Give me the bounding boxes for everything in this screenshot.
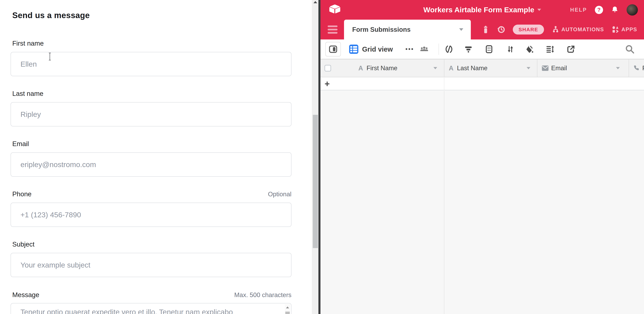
column-divider[interactable]	[537, 60, 537, 77]
automations-button[interactable]: AUTOMATIONS	[552, 26, 604, 34]
column-header-email[interactable]: Email	[551, 65, 567, 72]
phone-placeholder: +1 (123) 456-7890	[20, 211, 81, 219]
hide-fields-button[interactable]	[444, 45, 454, 54]
first-name-placeholder: Ellen	[20, 60, 37, 68]
search-icon[interactable]	[625, 44, 635, 54]
scroll-up-icon[interactable]	[286, 306, 289, 308]
textarea-scrollbar-thumb[interactable]	[285, 311, 290, 314]
sort-button[interactable]	[506, 45, 515, 54]
automations-icon	[552, 26, 559, 34]
chevron-down-icon[interactable]	[459, 28, 463, 31]
last-name-label: Last name	[12, 90, 43, 97]
subject-placeholder: Your example subject	[20, 261, 90, 269]
chevron-down-icon[interactable]	[526, 67, 530, 69]
base-title: Workers Airtable Form Example	[423, 6, 534, 14]
phone-input[interactable]: +1 (123) 456-7890	[10, 203, 292, 227]
tab-form-submissions[interactable]: Form Submissions	[344, 20, 471, 40]
last-name-placeholder: Ripley	[20, 110, 41, 119]
text-field-type-icon: A	[358, 65, 363, 72]
field-first-name: First name Ellen	[10, 40, 292, 77]
trash-icon[interactable]	[482, 25, 489, 34]
column-divider	[444, 91, 444, 314]
email-placeholder: eripley@nostromo.com	[20, 160, 96, 169]
select-all-checkbox[interactable]	[324, 65, 331, 71]
collaborators-icon[interactable]	[420, 45, 429, 54]
field-email: Email eripley@nostromo.com	[10, 140, 292, 178]
email-label: Email	[12, 140, 29, 148]
message-placeholder: Tenetur optio quaerat expedite vero et i…	[20, 308, 233, 314]
grid-header-row: A First Name A Last Name Email	[320, 59, 644, 77]
color-button[interactable]	[525, 45, 534, 54]
last-name-input[interactable]: Ripley	[10, 102, 292, 126]
contact-form-window: Send us a message First name Ellen Last …	[0, 0, 312, 314]
column-divider[interactable]	[444, 60, 444, 77]
message-textarea[interactable]: Tenetur optio quaerat expedite vero et i…	[10, 303, 292, 314]
airtable-topbar: Workers Airtable Form Example HELP ?	[320, 0, 644, 20]
page-title: Send us a message	[12, 11, 90, 20]
chevron-down-icon	[537, 9, 541, 11]
help-button[interactable]: HELP	[570, 7, 587, 13]
first-name-input[interactable]: Ellen	[10, 52, 292, 76]
column-divider[interactable]	[629, 60, 629, 77]
phone-label: Phone	[12, 190, 32, 198]
text-field-type-icon: A	[449, 65, 454, 72]
base-title-menu[interactable]: Workers Airtable Form Example	[423, 0, 541, 20]
window-scrollbar[interactable]	[312, 0, 318, 314]
tabbar-actions: SHARE AUTOMATIONS	[482, 20, 637, 40]
field-message: Message Max. 500 characters Tenetur opti…	[10, 291, 292, 314]
notifications-bell-icon[interactable]	[611, 6, 619, 14]
column-divider	[444, 78, 444, 90]
topbar-actions: HELP ?	[570, 0, 638, 20]
add-row[interactable]: +	[320, 78, 644, 90]
phone-field-type-icon	[633, 65, 640, 72]
text-cursor-icon	[48, 53, 51, 61]
window-scrollbar-thumb[interactable]	[313, 115, 318, 248]
airtable-logo-icon[interactable]	[329, 5, 340, 14]
history-icon[interactable]	[497, 25, 505, 34]
column-header-last-name[interactable]: Last Name	[457, 65, 488, 72]
table-tab-bar: Form Submissions	[320, 20, 644, 40]
add-record-button[interactable]: +	[324, 79, 330, 88]
view-more-button[interactable]: •••	[406, 40, 414, 59]
view-name-label[interactable]: Grid view	[362, 40, 393, 59]
grid-body	[320, 91, 644, 314]
email-field-type-icon	[542, 65, 549, 71]
toolbar-divider	[438, 44, 439, 55]
sidebar-toggle-icon	[329, 45, 337, 53]
group-button[interactable]	[484, 45, 494, 54]
apps-icon	[612, 26, 620, 34]
subject-input[interactable]: Your example subject	[10, 253, 292, 277]
message-label: Message	[12, 291, 39, 299]
view-sidebar-toggle-button[interactable]	[325, 42, 341, 57]
screen: Send us a message First name Ellen Last …	[0, 0, 644, 314]
avatar[interactable]	[626, 4, 638, 16]
row-height-button[interactable]	[546, 45, 554, 54]
help-question-icon[interactable]: ?	[595, 6, 603, 14]
grid-view-icon[interactable]	[349, 45, 358, 54]
chevron-down-icon[interactable]	[434, 67, 437, 69]
scroll-up-icon[interactable]	[314, 1, 317, 3]
filter-button[interactable]	[464, 45, 473, 54]
automations-label: AUTOMATIONS	[562, 27, 604, 33]
airtable-window: Workers Airtable Form Example HELP ? For…	[320, 0, 644, 314]
apps-button[interactable]: APPS	[612, 26, 637, 34]
subject-label: Subject	[12, 240, 34, 248]
column-header-first-name[interactable]: First Name	[366, 65, 398, 72]
share-button[interactable]: SHARE	[513, 25, 544, 35]
textarea-scrollbar[interactable]	[285, 304, 290, 314]
view-toolbar: Grid view •••	[320, 40, 644, 59]
apps-label: APPS	[622, 27, 637, 33]
message-maxchars-hint: Max. 500 characters	[234, 291, 292, 299]
phone-optional-hint: Optional	[268, 191, 292, 198]
table-tab-label: Form Submissions	[352, 26, 410, 33]
first-name-label: First name	[12, 40, 44, 47]
hamburger-menu-icon[interactable]	[328, 26, 338, 34]
share-view-button[interactable]	[566, 45, 575, 54]
window-divider	[318, 0, 320, 314]
column-header-phone[interactable]: Phone	[642, 65, 644, 72]
field-subject: Subject Your example subject	[10, 240, 292, 278]
field-last-name: Last name Ripley	[10, 90, 292, 127]
chevron-down-icon[interactable]	[616, 67, 620, 69]
field-phone: Phone Optional +1 (123) 456-7890	[10, 190, 292, 228]
email-input[interactable]: eripley@nostromo.com	[10, 152, 292, 177]
